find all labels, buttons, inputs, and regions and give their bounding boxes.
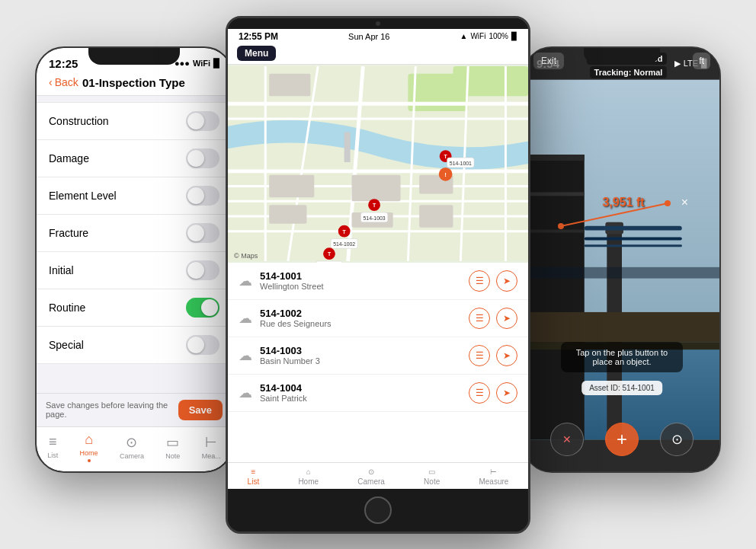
asset-id-3: 514-1004 <box>260 382 461 394</box>
tablet-home-area <box>228 489 528 531</box>
tablet-tab-list[interactable]: ≡ List <box>248 468 260 486</box>
navigate-button-3[interactable]: ➤ <box>496 382 517 404</box>
notch-left <box>88 48 180 65</box>
details-button-1[interactable]: ☰ <box>469 308 490 329</box>
tab-list-left[interactable]: ≡ List <box>47 434 58 459</box>
navigate-button-1[interactable]: ➤ <box>496 308 517 329</box>
camera-tab-icon: ⊙ <box>126 434 137 451</box>
list-item-routine[interactable]: Routine <box>37 289 232 327</box>
tablet-tab-note[interactable]: ▭ Note <box>424 468 440 486</box>
navigate-icon-1: ➤ <box>503 313 511 324</box>
note-tab-icon: ▭ <box>166 434 179 451</box>
tablet-tab-home[interactable]: ⌂ Home <box>298 468 319 486</box>
asset-id-badge: Asset ID: 514-1001 <box>581 381 662 395</box>
asset-list: ☁ 514-1001 Wellington Street ☰ ➤ <box>228 263 528 462</box>
tab-camera-left[interactable]: ⊙ Camera <box>120 434 144 460</box>
navigate-icon-3: ➤ <box>503 388 511 398</box>
details-button-3[interactable]: ☰ <box>469 382 490 404</box>
asset-actions-3: ☰ ➤ <box>469 382 517 404</box>
status-icons-left: ●●● WiFi ▉ <box>175 59 219 69</box>
list-item-element-level[interactable]: Element Level <box>37 177 232 215</box>
toggle-special[interactable] <box>186 335 219 355</box>
svg-rect-53 <box>524 267 719 278</box>
navigate-button-0[interactable]: ➤ <box>496 270 517 292</box>
left-phone-screen: 12:25 ●●● WiFi ▉ ‹ Back 01-Inspection Ty… <box>37 48 232 471</box>
toggle-fracture[interactable] <box>186 223 219 243</box>
details-button-0[interactable]: ☰ <box>469 270 490 292</box>
active-indicator <box>88 459 91 462</box>
item-label-damage: Damage <box>49 152 89 164</box>
toggle-initial[interactable] <box>186 260 219 280</box>
item-label-special: Special <box>49 339 84 351</box>
item-label-routine: Routine <box>49 302 85 314</box>
measure-tab-label: Mea... <box>202 452 221 460</box>
camera-icon-ar: ⊙ <box>671 431 683 448</box>
asset-info-3: 514-1004 Saint Patrick <box>260 382 461 403</box>
cloud-icon-1: ☁ <box>239 310 252 327</box>
tablet-home-button[interactable] <box>364 496 392 524</box>
asset-actions-2: ☰ ➤ <box>469 345 517 366</box>
tablet-tab-measure[interactable]: ⊢ Measure <box>479 468 508 486</box>
asset-id-0: 514-1001 <box>260 270 461 282</box>
tablet-list-label: List <box>248 477 260 486</box>
list-item-fracture[interactable]: Fracture <box>37 215 232 252</box>
navigate-button-2[interactable]: ➤ <box>496 345 517 366</box>
list-item-initial[interactable]: Initial <box>37 252 232 289</box>
tablet-nav: Menu <box>228 44 528 65</box>
list-tab-label: List <box>47 452 58 459</box>
tracking-label: Tracking: Normal <box>590 66 668 78</box>
ar-bottom-bar: ✕ + ⊙ <box>524 413 719 471</box>
svg-rect-16 <box>269 174 314 197</box>
plus-icon: + <box>617 429 627 450</box>
svg-rect-2 <box>453 65 529 95</box>
tablet-battery-icon: ▉ <box>511 32 517 40</box>
list-item-special[interactable]: Special <box>37 327 232 364</box>
list-item-damage[interactable]: Damage <box>37 140 232 177</box>
asset-item-3: ☁ 514-1004 Saint Patrick ☰ ➤ <box>228 375 528 412</box>
close-x-button[interactable]: × <box>681 196 688 209</box>
svg-text:514-1002: 514-1002 <box>333 241 355 247</box>
tablet-tab-camera[interactable]: ⊙ Camera <box>357 468 385 486</box>
camera-ar-button[interactable]: ⊙ <box>660 423 694 456</box>
details-icon-0: ☰ <box>476 276 484 286</box>
map-svg: T 514-1001 T 514-1002 T <box>228 65 528 263</box>
toggle-damage[interactable] <box>186 148 219 168</box>
map-area[interactable]: T 514-1001 T 514-1002 T <box>228 65 528 263</box>
item-label-initial: Initial <box>49 264 74 276</box>
add-object-button[interactable]: + <box>605 423 639 456</box>
tablet-note-icon: ▭ <box>428 468 435 476</box>
wifi-icon: WiFi <box>193 59 210 68</box>
svg-point-57 <box>558 223 564 229</box>
tab-measure-left[interactable]: ⊢ Mea... <box>202 434 221 460</box>
tablet-camera-icon: ⊙ <box>368 468 374 476</box>
home-tab-label: Home <box>80 449 98 457</box>
details-button-2[interactable]: ☰ <box>469 345 490 366</box>
list-item-construction[interactable]: Construction <box>37 102 232 140</box>
asset-addr-1: Rue des Seigneurs <box>260 319 461 328</box>
cancel-ar-button[interactable]: ✕ <box>550 423 584 456</box>
nav-title-left: 01-Inspection Type <box>48 76 219 89</box>
tap-instruction-text: Tap on the plus button to place an objec… <box>561 342 683 372</box>
toggle-element-level[interactable] <box>186 186 219 206</box>
toggle-routine[interactable] <box>186 298 219 318</box>
menu-button[interactable]: Menu <box>237 46 276 61</box>
ft-button[interactable]: ft <box>693 53 710 69</box>
tablet-camera-label: Camera <box>357 477 385 486</box>
tab-home-left[interactable]: ⌂ Home <box>80 432 98 462</box>
asset-item-2: ☁ 514-1003 Basin Number 3 ☰ ➤ <box>228 337 528 375</box>
item-label-fracture: Fracture <box>49 227 88 239</box>
toggle-construction[interactable] <box>186 111 219 131</box>
svg-rect-17 <box>269 205 306 224</box>
tablet-measure-label: Measure <box>479 477 508 486</box>
tablet-note-label: Note <box>424 477 440 486</box>
svg-rect-18 <box>352 174 401 200</box>
exit-button[interactable]: Exit <box>533 53 564 69</box>
svg-text:!: ! <box>444 171 447 177</box>
save-button[interactable]: Save <box>178 400 223 420</box>
tab-bar-left: ≡ List ⌂ Home ⊙ Camera ▭ Note ⊢ <box>37 426 232 471</box>
camera-tab-label: Camera <box>120 452 144 460</box>
tablet-time: 12:55 PM <box>239 31 278 42</box>
left-phone: 12:25 ●●● WiFi ▉ ‹ Back 01-Inspection Ty… <box>35 46 233 473</box>
map-pin-514-1001: 514-1001 <box>447 158 474 168</box>
tab-note-left[interactable]: ▭ Note <box>165 434 180 460</box>
